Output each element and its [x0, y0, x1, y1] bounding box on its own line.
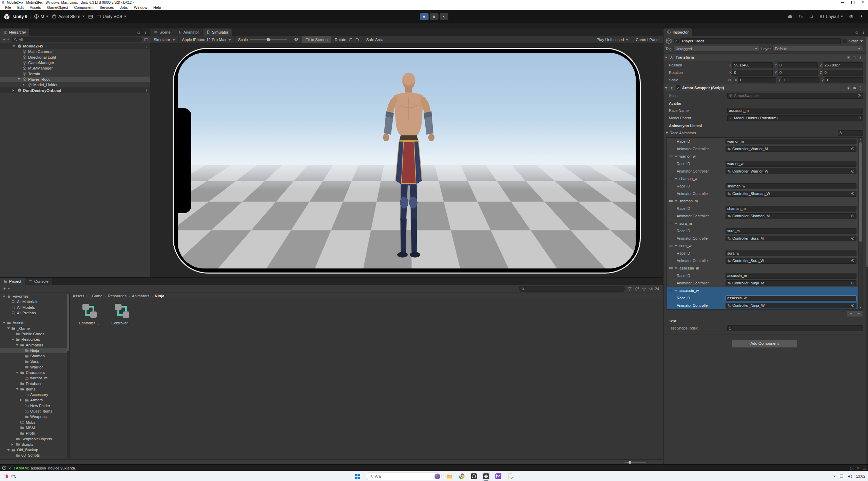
chevron-down-icon[interactable] [860, 40, 863, 42]
open-new-window-icon[interactable] [144, 37, 148, 42]
foldout-icon[interactable] [675, 267, 677, 269]
project-tree-scrollbar[interactable] [67, 293, 70, 460]
race-animator-item-warrior_w[interactable]: warrior_wRace IDwarrior_wAnimator Contro… [667, 153, 859, 175]
project-tree-item-sura[interactable]: Sura [0, 359, 67, 364]
breadcrumb-item-assets[interactable]: Assets [73, 294, 84, 298]
test-shape-index-field[interactable]: 1 [727, 325, 863, 331]
scale-z-field[interactable]: 1 [825, 77, 863, 83]
search-by-type-icon[interactable] [628, 287, 632, 291]
hidden-icons-chevron[interactable] [832, 474, 836, 478]
active-toggle[interactable] [674, 39, 679, 43]
presets-icon[interactable] [852, 55, 857, 60]
foldout-icon[interactable] [665, 57, 668, 58]
visual-studio-taskbar-button[interactable] [494, 472, 503, 481]
drag-handle-icon[interactable] [669, 290, 673, 291]
position-x-field[interactable]: 55.11466 [732, 62, 772, 68]
project-tree-item-proto[interactable]: Proto [0, 430, 67, 436]
project-tree-item-favorites[interactable]: Favorites [0, 294, 67, 299]
animator-controller-field[interactable]: Controller_Sura_W [726, 258, 856, 264]
race-animator-item-assassin_m[interactable]: assassin_mRace IDassassin_mAnimator Cont… [667, 264, 859, 287]
menu-component[interactable]: Component [71, 5, 96, 10]
tag-dropdown[interactable]: Untagged [673, 46, 760, 52]
play-button[interactable] [420, 13, 428, 20]
hidden-packages-toggle[interactable]: 24 [649, 286, 659, 291]
start-button[interactable] [353, 472, 362, 481]
animator-controller-field[interactable]: Controller_Warrior_M [726, 146, 856, 152]
foldout-icon[interactable] [675, 178, 677, 180]
foldout-icon[interactable] [675, 245, 677, 247]
asset-store-button[interactable]: Asset Store [52, 14, 85, 19]
project-tree-item-public-codes[interactable]: Public Codes [0, 331, 67, 337]
race-id-field[interactable]: sura_m [726, 228, 856, 234]
hierarchy-item-directional light[interactable]: Directional Light [0, 55, 150, 60]
item-header[interactable]: shaman_m [667, 197, 859, 205]
layer-dropdown[interactable]: Default [772, 46, 863, 52]
icon-size-slider[interactable] [624, 462, 646, 463]
hierarchy-item-gamemanager[interactable]: GameManager [0, 60, 150, 65]
menu-window[interactable]: Window [131, 5, 150, 10]
project-create-button[interactable] [3, 287, 10, 291]
race-id-field[interactable]: assassin_m [726, 273, 856, 279]
project-tree-item-mobs[interactable]: Mobs [0, 420, 67, 425]
component-header-transform[interactable]: Transform? [663, 53, 866, 61]
console-icon[interactable] [863, 466, 867, 470]
chevron-down-icon[interactable] [16, 388, 19, 390]
hierarchy-item-mobile2fix[interactable]: Mobile2Fix [0, 43, 150, 49]
search-by-label-icon[interactable] [635, 287, 639, 291]
animator-controller-field[interactable]: Controller_Warrior_W [726, 168, 856, 174]
chevron-down-icon[interactable] [172, 39, 175, 41]
race-id-field[interactable]: sura_w [726, 250, 856, 256]
play-unfocused-dropdown[interactable]: Play Unfocused [593, 36, 633, 43]
maximize-button[interactable] [848, 0, 858, 5]
project-tree-item-characters[interactable]: Characters [0, 370, 67, 375]
item-header[interactable]: warrior_w [667, 153, 859, 160]
foldout-icon[interactable] [666, 132, 668, 134]
drag-handle-icon[interactable] [669, 267, 673, 269]
scale-slider[interactable] [250, 39, 287, 40]
race-animator-item-warrior_m[interactable]: Race IDwarrior_mAnimator ControllerContr… [667, 138, 859, 153]
project-tree-item-msm[interactable]: MSM [0, 425, 67, 430]
static-checkbox[interactable] [843, 39, 847, 43]
item-header[interactable]: sura_w [667, 242, 859, 249]
race-animator-item-sura_m[interactable]: sura_mRace IDsura_mAnimator ControllerCo… [667, 220, 859, 242]
hierarchy-item-model_holder[interactable]: Model_Holder [0, 82, 150, 87]
tab-inspector[interactable]: Inspector [663, 28, 692, 36]
scale-slider-knob[interactable] [267, 38, 270, 41]
simulator-viewport[interactable] [150, 44, 663, 278]
item-header[interactable]: shaman_w [667, 175, 859, 182]
breadcrumb-item-_game[interactable]: _Game [90, 294, 102, 298]
project-tree-item-assets[interactable]: Assets [0, 320, 67, 325]
project-tree-item-_game[interactable]: _Game [0, 325, 67, 331]
rotate-control[interactable]: Rotate [331, 36, 363, 43]
chevron-down-icon[interactable] [228, 39, 231, 41]
foldout-icon[interactable] [675, 200, 677, 202]
unity-hub-taskbar-button[interactable] [469, 472, 478, 481]
project-tree-item-03_scripts[interactable]: 03_Scripts [0, 453, 67, 458]
scale-y-field[interactable]: 1 [782, 77, 820, 83]
lock-icon[interactable] [855, 30, 859, 34]
item-header[interactable]: assassin_m [667, 264, 859, 272]
project-tree-item-armors[interactable]: Armors [0, 397, 67, 403]
progress-icon[interactable] [849, 466, 853, 470]
race-id-field[interactable]: warrior_m [726, 139, 856, 144]
menu-jobs[interactable]: Jobs [117, 5, 131, 10]
race-animator-item-sura_w[interactable]: sura_wRace IDsura_wAnimator ControllerCo… [667, 242, 859, 264]
step-button[interactable] [440, 13, 448, 20]
tab-scene[interactable]: Scene [150, 28, 174, 36]
device-dropdown[interactable]: Apple iPhone 12 Pro Max [179, 36, 235, 43]
list-scrollbar[interactable]: ▲▼ [858, 138, 863, 309]
cloud-icon[interactable] [787, 14, 793, 19]
tray-device-icon[interactable] [839, 474, 844, 479]
scale-control[interactable]: Scale48 [235, 36, 302, 43]
safe-area-toggle[interactable]: Safe Area [363, 36, 387, 43]
project-search-input[interactable] [519, 286, 625, 292]
volume-icon[interactable] [847, 474, 852, 479]
scroll-up-icon[interactable]: ▲ [859, 138, 863, 141]
account-menu[interactable]: M [34, 14, 49, 19]
project-tree-item-weapons[interactable]: Weapons [0, 414, 67, 419]
hierarchy-item-player_root[interactable]: Player_Root [0, 77, 150, 82]
animator-controller-field[interactable]: Controller_Shaman_M [726, 213, 856, 219]
race-animator-item-shaman_m[interactable]: shaman_mRace IDshaman_mAnimator Controll… [667, 197, 859, 220]
layout-dropdown[interactable]: Layout [819, 14, 843, 19]
undo-history-icon[interactable] [798, 14, 804, 19]
